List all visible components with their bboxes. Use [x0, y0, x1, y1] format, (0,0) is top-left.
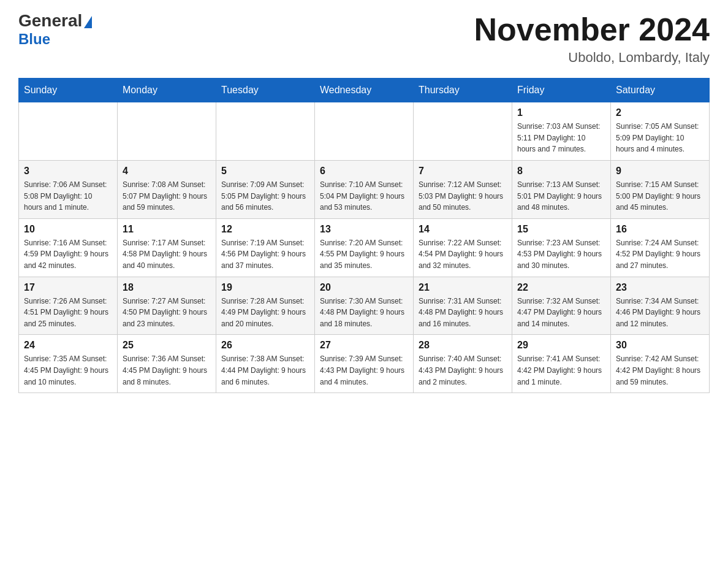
calendar-day-cell	[118, 102, 216, 161]
day-info: Sunrise: 7:09 AM Sunset: 5:05 PM Dayligh…	[221, 179, 309, 213]
day-info: Sunrise: 7:40 AM Sunset: 4:43 PM Dayligh…	[419, 353, 507, 388]
day-info: Sunrise: 7:36 AM Sunset: 4:45 PM Dayligh…	[123, 353, 211, 388]
day-number: 29	[517, 340, 605, 351]
day-number: 27	[320, 340, 408, 351]
calendar-table: SundayMondayTuesdayWednesdayThursdayFrid…	[18, 78, 710, 393]
calendar-day-cell	[414, 102, 512, 161]
day-info: Sunrise: 7:12 AM Sunset: 5:03 PM Dayligh…	[419, 179, 507, 213]
calendar-day-cell: 20Sunrise: 7:30 AM Sunset: 4:48 PM Dayli…	[315, 277, 414, 335]
calendar-day-cell: 18Sunrise: 7:27 AM Sunset: 4:50 PM Dayli…	[118, 277, 216, 335]
day-number: 14	[419, 224, 507, 235]
day-info: Sunrise: 7:08 AM Sunset: 5:07 PM Dayligh…	[123, 179, 211, 213]
day-info: Sunrise: 7:17 AM Sunset: 4:58 PM Dayligh…	[123, 237, 211, 272]
day-info: Sunrise: 7:32 AM Sunset: 4:47 PM Dayligh…	[517, 296, 605, 330]
calendar-day-cell: 28Sunrise: 7:40 AM Sunset: 4:43 PM Dayli…	[414, 335, 512, 393]
day-info: Sunrise: 7:06 AM Sunset: 5:08 PM Dayligh…	[24, 179, 112, 213]
day-info: Sunrise: 7:34 AM Sunset: 4:46 PM Dayligh…	[616, 296, 704, 330]
calendar-day-cell: 9Sunrise: 7:15 AM Sunset: 5:00 PM Daylig…	[611, 160, 710, 218]
day-number: 25	[123, 340, 211, 351]
calendar-day-cell: 11Sunrise: 7:17 AM Sunset: 4:58 PM Dayli…	[118, 218, 216, 277]
day-number: 28	[419, 340, 507, 351]
day-info: Sunrise: 7:27 AM Sunset: 4:50 PM Dayligh…	[123, 296, 211, 330]
day-info: Sunrise: 7:38 AM Sunset: 4:44 PM Dayligh…	[221, 353, 309, 388]
day-of-week-header: Sunday	[19, 79, 118, 102]
day-info: Sunrise: 7:28 AM Sunset: 4:49 PM Dayligh…	[221, 296, 309, 330]
day-number: 16	[616, 224, 704, 235]
day-info: Sunrise: 7:16 AM Sunset: 4:59 PM Dayligh…	[24, 237, 112, 272]
day-of-week-header: Wednesday	[315, 79, 414, 102]
day-number: 4	[123, 166, 211, 177]
page-header: General Blue November 2024 Uboldo, Lomba…	[18, 12, 710, 66]
calendar-day-cell: 7Sunrise: 7:12 AM Sunset: 5:03 PM Daylig…	[414, 160, 512, 218]
calendar-day-cell: 16Sunrise: 7:24 AM Sunset: 4:52 PM Dayli…	[611, 218, 710, 277]
logo-blue-text: Blue	[18, 31, 50, 48]
logo-general-text: General	[18, 11, 82, 30]
calendar-day-cell: 2Sunrise: 7:05 AM Sunset: 5:09 PM Daylig…	[611, 102, 710, 161]
day-info: Sunrise: 7:15 AM Sunset: 5:00 PM Dayligh…	[616, 179, 704, 213]
day-number: 6	[320, 166, 408, 177]
day-number: 7	[419, 166, 507, 177]
day-number: 1	[517, 107, 605, 118]
day-number: 20	[320, 282, 408, 293]
calendar-day-cell	[19, 102, 118, 161]
day-number: 21	[419, 282, 507, 293]
day-number: 24	[24, 340, 112, 351]
day-number: 12	[221, 224, 309, 235]
day-info: Sunrise: 7:10 AM Sunset: 5:04 PM Dayligh…	[320, 179, 408, 213]
day-of-week-header: Tuesday	[216, 79, 315, 102]
calendar-day-cell: 29Sunrise: 7:41 AM Sunset: 4:42 PM Dayli…	[512, 335, 611, 393]
calendar-week-row: 10Sunrise: 7:16 AM Sunset: 4:59 PM Dayli…	[19, 218, 710, 277]
logo-top: General	[18, 12, 92, 29]
day-of-week-header: Saturday	[611, 79, 710, 102]
calendar-day-cell: 5Sunrise: 7:09 AM Sunset: 5:05 PM Daylig…	[216, 160, 315, 218]
day-number: 17	[24, 282, 112, 293]
day-number: 11	[123, 224, 211, 235]
day-info: Sunrise: 7:23 AM Sunset: 4:53 PM Dayligh…	[517, 237, 605, 272]
calendar-day-cell: 15Sunrise: 7:23 AM Sunset: 4:53 PM Dayli…	[512, 218, 611, 277]
day-info: Sunrise: 7:41 AM Sunset: 4:42 PM Dayligh…	[517, 353, 605, 388]
calendar-day-cell: 4Sunrise: 7:08 AM Sunset: 5:07 PM Daylig…	[118, 160, 216, 218]
calendar-day-cell	[216, 102, 315, 161]
day-of-week-header: Thursday	[414, 79, 512, 102]
calendar-day-cell: 22Sunrise: 7:32 AM Sunset: 4:47 PM Dayli…	[512, 277, 611, 335]
day-number: 8	[517, 166, 605, 177]
calendar-day-cell: 1Sunrise: 7:03 AM Sunset: 5:11 PM Daylig…	[512, 102, 611, 161]
day-info: Sunrise: 7:13 AM Sunset: 5:01 PM Dayligh…	[517, 179, 605, 213]
day-number: 3	[24, 166, 112, 177]
logo: General Blue	[18, 12, 92, 48]
calendar-day-cell: 24Sunrise: 7:35 AM Sunset: 4:45 PM Dayli…	[19, 335, 118, 393]
day-number: 30	[616, 340, 704, 351]
calendar-day-cell: 13Sunrise: 7:20 AM Sunset: 4:55 PM Dayli…	[315, 218, 414, 277]
calendar-day-cell: 30Sunrise: 7:42 AM Sunset: 4:42 PM Dayli…	[611, 335, 710, 393]
calendar-day-cell: 14Sunrise: 7:22 AM Sunset: 4:54 PM Dayli…	[414, 218, 512, 277]
location-text: Uboldo, Lombardy, Italy	[474, 50, 710, 66]
calendar-day-cell: 10Sunrise: 7:16 AM Sunset: 4:59 PM Dayli…	[19, 218, 118, 277]
day-info: Sunrise: 7:22 AM Sunset: 4:54 PM Dayligh…	[419, 237, 507, 272]
calendar-week-row: 1Sunrise: 7:03 AM Sunset: 5:11 PM Daylig…	[19, 102, 710, 161]
calendar-day-cell	[315, 102, 414, 161]
day-number: 26	[221, 340, 309, 351]
day-info: Sunrise: 7:03 AM Sunset: 5:11 PM Dayligh…	[517, 121, 605, 155]
calendar-day-cell: 21Sunrise: 7:31 AM Sunset: 4:48 PM Dayli…	[414, 277, 512, 335]
day-info: Sunrise: 7:05 AM Sunset: 5:09 PM Dayligh…	[616, 121, 704, 155]
calendar-day-cell: 3Sunrise: 7:06 AM Sunset: 5:08 PM Daylig…	[19, 160, 118, 218]
calendar-day-cell: 8Sunrise: 7:13 AM Sunset: 5:01 PM Daylig…	[512, 160, 611, 218]
calendar-day-cell: 6Sunrise: 7:10 AM Sunset: 5:04 PM Daylig…	[315, 160, 414, 218]
day-number: 15	[517, 224, 605, 235]
day-of-week-header: Friday	[512, 79, 611, 102]
day-number: 10	[24, 224, 112, 235]
day-info: Sunrise: 7:24 AM Sunset: 4:52 PM Dayligh…	[616, 237, 704, 272]
calendar-day-cell: 27Sunrise: 7:39 AM Sunset: 4:43 PM Dayli…	[315, 335, 414, 393]
calendar-day-cell: 25Sunrise: 7:36 AM Sunset: 4:45 PM Dayli…	[118, 335, 216, 393]
day-info: Sunrise: 7:31 AM Sunset: 4:48 PM Dayligh…	[419, 296, 507, 330]
day-number: 13	[320, 224, 408, 235]
title-area: November 2024 Uboldo, Lombardy, Italy	[474, 12, 710, 66]
day-number: 9	[616, 166, 704, 177]
calendar-day-cell: 26Sunrise: 7:38 AM Sunset: 4:44 PM Dayli…	[216, 335, 315, 393]
calendar-header-row: SundayMondayTuesdayWednesdayThursdayFrid…	[19, 79, 710, 102]
day-info: Sunrise: 7:39 AM Sunset: 4:43 PM Dayligh…	[320, 353, 408, 388]
day-number: 22	[517, 282, 605, 293]
day-info: Sunrise: 7:26 AM Sunset: 4:51 PM Dayligh…	[24, 296, 112, 330]
calendar-week-row: 17Sunrise: 7:26 AM Sunset: 4:51 PM Dayli…	[19, 277, 710, 335]
day-number: 19	[221, 282, 309, 293]
